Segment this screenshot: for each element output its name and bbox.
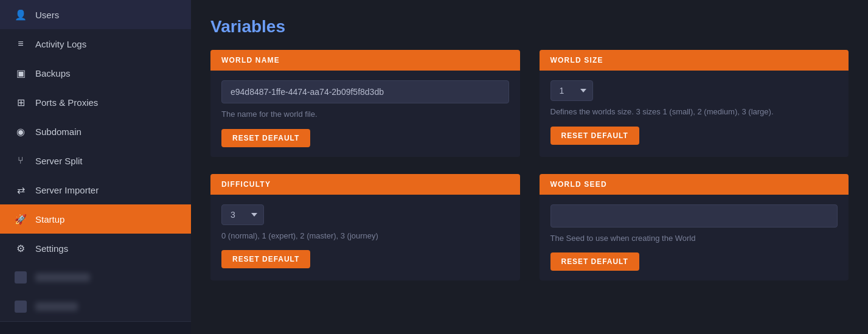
sidebar: 👤Users≡Activity Logs▣Backups⊞Ports & Pro… — [0, 0, 191, 334]
sidebar-item-label-startup: Startup — [35, 214, 64, 224]
variable-description-world-name: The name for the world file. — [221, 108, 509, 120]
sidebar-item-ports-proxies[interactable]: ⊞Ports & Proxies — [0, 88, 191, 117]
sidebar-item-label-subdomain: Subdomain — [35, 127, 82, 137]
variable-header-world-name: WORLD NAME — [210, 50, 520, 71]
users-icon: 👤 — [15, 9, 27, 21]
variable-body-difficulty: 01230 (normal), 1 (expert), 2 (master), … — [210, 195, 520, 279]
sidebar-item-label-backups: Backups — [35, 68, 71, 78]
variable-description-world-size: Defines the worlds size. 3 sizes 1 (smal… — [550, 106, 838, 118]
sidebar-item-label-settings: Settings — [35, 243, 68, 254]
variable-card-world-name: WORLD NAMEThe name for the world file.RE… — [210, 50, 520, 157]
variable-card-world-size: WORLD SIZE123Defines the worlds size. 3 … — [540, 50, 849, 157]
reset-button-world-size[interactable]: RESET DEFAULT — [550, 127, 639, 145]
main-content: Variables WORLD NAMEThe name for the wor… — [191, 0, 868, 334]
variable-body-world-size: 123Defines the worlds size. 3 sizes 1 (s… — [540, 71, 849, 155]
variable-body-world-name: The name for the world file.RESET DEFAUL… — [210, 71, 520, 157]
sidebar-item-label-activity-logs: Activity Logs — [35, 39, 86, 49]
blurred-item-2 — [0, 292, 191, 321]
backups-icon: ▣ — [15, 67, 27, 79]
chevron-down-icon: ▼ — [167, 332, 176, 335]
account-management[interactable]: ACCOUNT MANAGEMENT ▼ — [0, 321, 191, 334]
sidebar-item-label-users: Users — [35, 10, 59, 20]
sidebar-item-settings[interactable]: ⚙Settings — [0, 234, 191, 263]
variable-input-world-name[interactable] — [221, 80, 509, 103]
blurred-item-1 — [0, 263, 191, 292]
server-split-icon: ⑂ — [15, 155, 27, 167]
variable-input-world-seed[interactable] — [550, 204, 838, 228]
sidebar-item-label-ports-proxies: Ports & Proxies — [35, 97, 98, 108]
variable-card-difficulty: DIFFICULTY01230 (normal), 1 (expert), 2 … — [210, 174, 520, 281]
sidebar-item-subdomain[interactable]: ◉Subdomain — [0, 117, 191, 146]
reset-button-world-name[interactable]: RESET DEFAULT — [221, 129, 310, 147]
sidebar-item-startup[interactable]: 🚀Startup — [0, 204, 191, 234]
variables-grid: WORLD NAMEThe name for the world file.RE… — [210, 50, 849, 280]
variable-header-world-size: WORLD SIZE — [540, 50, 849, 71]
reset-button-world-seed[interactable]: RESET DEFAULT — [550, 252, 639, 271]
startup-icon: 🚀 — [15, 213, 27, 225]
subdomain-icon: ◉ — [15, 125, 27, 137]
variable-select-world-size[interactable]: 123 — [550, 80, 593, 101]
sidebar-item-users[interactable]: 👤Users — [0, 0, 191, 29]
sidebar-item-label-server-split: Server Split — [35, 156, 83, 166]
page-title: Variables — [210, 17, 849, 37]
sidebar-item-server-importer[interactable]: ⇄Server Importer — [0, 175, 191, 204]
settings-icon: ⚙ — [15, 242, 27, 254]
sidebar-item-backups[interactable]: ▣Backups — [0, 58, 191, 88]
variable-select-difficulty[interactable]: 0123 — [221, 204, 264, 225]
server-importer-icon: ⇄ — [15, 184, 27, 196]
ports-proxies-icon: ⊞ — [15, 96, 27, 108]
sidebar-item-activity-logs[interactable]: ≡Activity Logs — [0, 29, 191, 58]
variable-card-world-seed: WORLD SEEDThe Seed to use when creating … — [540, 174, 849, 281]
activity-logs-icon: ≡ — [15, 38, 27, 50]
reset-button-difficulty[interactable]: RESET DEFAULT — [221, 250, 310, 268]
sidebar-item-label-server-importer: Server Importer — [35, 185, 99, 195]
sidebar-item-server-split[interactable]: ⑂Server Split — [0, 146, 191, 175]
variable-header-world-seed: WORLD SEED — [540, 174, 849, 195]
variable-description-difficulty: 0 (normal), 1 (expert), 2 (master), 3 (j… — [221, 230, 509, 242]
variable-header-difficulty: DIFFICULTY — [210, 174, 520, 195]
variable-description-world-seed: The Seed to use when creating the World — [550, 232, 838, 245]
variable-body-world-seed: The Seed to use when creating the WorldR… — [540, 195, 849, 281]
